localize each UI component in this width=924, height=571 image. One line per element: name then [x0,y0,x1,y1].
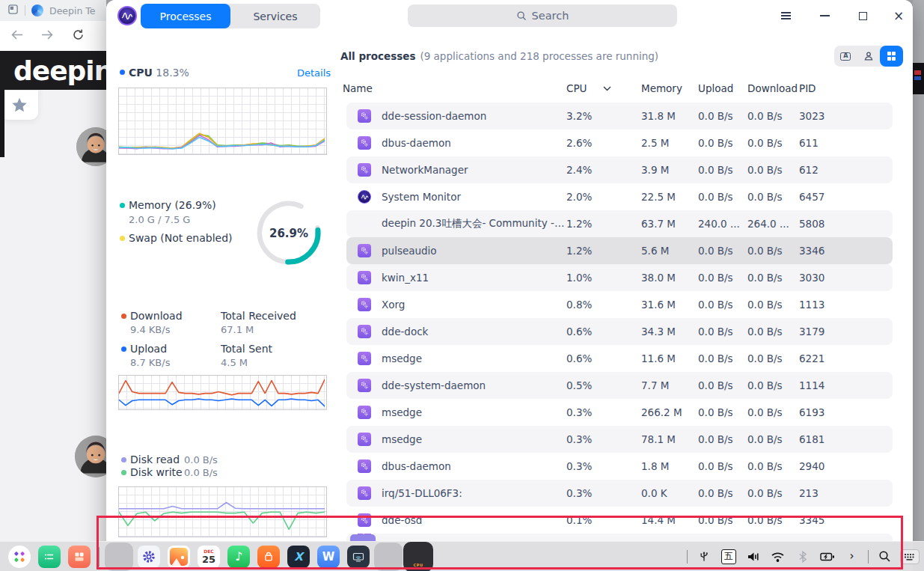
table-row[interactable]: Xorg0.8%31.6 M0.0 B/s0.0 B/s1113 [346,291,893,318]
system-monitor-dock-icon[interactable]: CPU [407,546,429,568]
calendar-icon[interactable]: DEC25 [198,546,220,568]
column-pid[interactable]: PID [799,82,894,94]
table-row[interactable]: kwin_x111.0%38.0 M0.0 B/s0.0 B/s3030 [346,264,893,291]
process-upload: 0.0 B/s [698,487,747,499]
gear-icon [358,244,371,257]
forward-icon[interactable] [41,29,54,43]
column-download[interactable]: Download [747,82,799,94]
table-row[interactable]: msedge0.6%11.6 M0.0 B/s0.0 B/s6221 [346,345,893,372]
process-pid: 6193 [799,406,893,418]
expand-chevron-icon[interactable]: › [842,547,862,567]
process-upload: 0.0 B/s [698,379,747,391]
star-icon[interactable] [0,91,38,120]
my-processes-view-button[interactable] [857,46,881,67]
control-center-icon[interactable] [138,546,160,568]
table-row[interactable]: irq/51-DLL06F3:0.3%0.0 K0.0 B/s0.0 B/s21… [346,480,893,507]
table-row[interactable]: deepin 20.3吐槽大会- Community - D...1.2%63.… [346,210,893,237]
process-upload: 0.0 B/s [698,433,747,445]
tray-separator [868,550,869,564]
table-row[interactable]: dde-session-daemon3.2%31.8 M0.0 B/s0.0 B… [346,103,893,129]
sort-chevron-down-icon [603,86,611,91]
reload-icon[interactable] [72,28,85,44]
text-editor-icon[interactable]: X [287,546,310,568]
process-upload: 0.0 B/s [698,164,747,176]
table-row[interactable]: dde-dock0.6%34.3 M0.0 B/s0.0 B/s3179 [346,318,893,345]
process-name: Xorg [382,299,566,311]
window-menu-icon[interactable] [778,9,793,22]
table-row[interactable]: msedge0.3%266.2 M0.0 B/s0.0 B/s6193 [346,399,893,426]
process-pid: 6181 [799,433,893,445]
all-processes-view-button[interactable] [880,46,903,67]
process-name: pulseaudio [382,245,566,257]
battery-icon[interactable] [818,547,837,567]
gear-icon [358,109,371,123]
screen-projection-icon[interactable] [347,546,370,568]
process-upload: 0.0 B/s [698,137,747,149]
image-viewer-icon[interactable] [168,546,190,568]
back-icon[interactable] [10,29,23,43]
browser-tab-title[interactable]: Deepin Te [49,5,96,16]
edge-browser-icon[interactable] [377,546,400,568]
minimize-icon[interactable] [817,9,832,22]
bluetooth-icon[interactable] [793,547,813,567]
keyboard-icon[interactable] [900,549,920,564]
process-upload: 0.0 B/s [698,191,747,203]
details-link[interactable]: Details [297,67,331,79]
gear-icon [358,298,371,311]
table-row[interactable]: dde-osd0.1%14.4 M0.0 B/s0.0 B/s3345 [346,507,893,534]
tab-overview-icon[interactable] [7,4,19,18]
gear-icon [358,513,371,527]
deepin-browser-logo-icon [31,4,43,16]
search-tray-icon[interactable] [875,547,895,567]
process-cpu: 0.3% [566,406,641,418]
process-pid: 213 [799,487,893,499]
process-pid: 5808 [799,218,893,230]
disk-write-rate: 0.0 B/s [184,467,218,478]
system-monitor-app-icon [117,6,137,25]
volume-icon[interactable] [744,547,763,567]
table-row[interactable]: msedge0.3%78.1 M0.0 B/s0.0 B/s6181 [346,426,893,453]
table-row[interactable]: dbus-daemon0.3%1.8 M0.0 B/s0.0 B/s2940 [346,453,893,480]
process-download: 0.0 B/s [747,272,799,284]
column-upload[interactable]: Upload [698,82,747,94]
browser-pin-icon[interactable] [108,546,130,568]
tab-processes[interactable]: Processes [141,4,230,28]
process-name: System Monitor [382,191,566,203]
app-store-icon[interactable] [68,546,91,568]
launcher-icon[interactable] [8,546,31,568]
banner-edge [0,90,4,157]
table-row[interactable]: NetworkManager2.4%3.9 M0.0 B/s0.0 B/s612 [346,156,893,183]
close-icon[interactable]: × [891,9,906,22]
process-memory: 266.2 M [641,406,698,418]
total-sent-label: Total Sent [221,343,272,355]
maximize-icon[interactable] [855,9,870,22]
process-cpu: 2.4% [566,164,641,176]
table-row[interactable]: dde-system-daemon0.5%7.7 M0.0 B/s0.0 B/s… [346,372,893,399]
table-row[interactable]: pulseaudio1.2%5.6 M0.0 B/s0.0 B/s3346 [346,237,893,264]
search-input[interactable]: Search [408,4,677,27]
process-name: irq/51-DLL06F3: [382,487,566,499]
table-row[interactable]: System Monitor2.0%22.5 M0.0 B/s0.0 B/s64… [346,183,893,210]
store-bag-icon[interactable] [257,546,280,568]
column-cpu[interactable]: CPU [566,82,641,94]
music-icon[interactable]: ♪ [227,546,250,568]
system-monitor-icon [358,190,371,204]
writer-icon[interactable]: W [317,546,340,568]
disk-chart [118,486,327,537]
process-pid: 611 [799,137,893,149]
tab-services[interactable]: Services [230,4,320,28]
usb-icon[interactable] [694,547,714,567]
dock-separator [99,547,100,567]
table-row[interactable]: dbus-daemon2.6%2.5 M0.0 B/s0.0 B/s611 [346,129,893,156]
input-method-icon[interactable]: 五 [719,547,738,567]
column-memory[interactable]: Memory [641,82,698,94]
table-header: Name CPU Memory Upload Download PID [340,77,894,100]
process-cpu: 0.5% [566,379,641,391]
column-name[interactable]: Name [340,82,566,94]
gear-icon [358,136,371,150]
app-view-button[interactable]: A [834,46,857,67]
file-manager-icon[interactable] [38,546,61,568]
process-pid: 3023 [799,110,893,122]
process-cpu: 0.8% [566,299,641,311]
wifi-icon[interactable] [768,547,788,567]
